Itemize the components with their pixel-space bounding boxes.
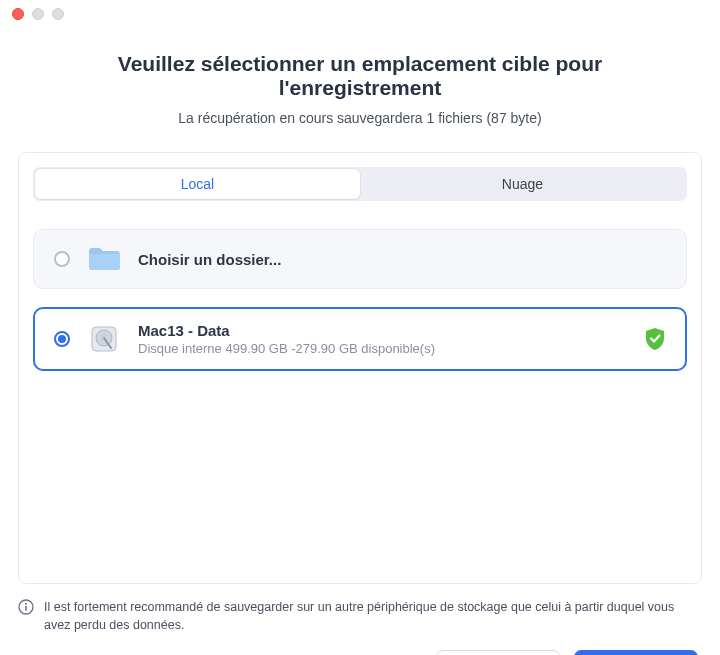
destination-panel: Local Nuage Choisir un dossier... <box>18 152 702 584</box>
radio-choose-folder[interactable] <box>54 251 70 267</box>
tab-cloud-label: Nuage <box>502 176 543 192</box>
dialog-header: Veuillez sélectionner un emplacement cib… <box>0 28 720 134</box>
panel-spacer <box>33 389 687 569</box>
info-message: Il est fortement recommandé de sauvegard… <box>18 598 702 634</box>
dialog-footer: Annuler Sauvegarder <box>0 634 720 655</box>
option-choose-folder-title: Choisir un dossier... <box>138 251 666 268</box>
tab-local-label: Local <box>181 176 214 192</box>
dialog-subtitle: La récupération en cours sauvegardera 1 … <box>40 110 680 126</box>
option-choose-folder[interactable]: Choisir un dossier... <box>33 229 687 289</box>
save-button[interactable]: Sauvegarder <box>574 650 698 655</box>
window-close-button[interactable] <box>12 8 24 20</box>
tab-local[interactable]: Local <box>35 169 360 199</box>
cancel-button[interactable]: Annuler <box>436 650 560 655</box>
location-segmented-control: Local Nuage <box>33 167 687 201</box>
window-titlebar <box>0 0 720 28</box>
option-disk-title: Mac13 - Data <box>138 322 628 339</box>
radio-disk[interactable] <box>54 331 70 347</box>
window-minimize-button[interactable] <box>32 8 44 20</box>
option-disk[interactable]: Mac13 - Data Disque interne 499.90 GB -2… <box>33 307 687 371</box>
hard-drive-icon <box>86 324 122 354</box>
info-icon <box>18 599 34 615</box>
dialog-title: Veuillez sélectionner un emplacement cib… <box>40 52 680 100</box>
tab-cloud[interactable]: Nuage <box>360 169 685 199</box>
svg-rect-5 <box>25 606 27 611</box>
shield-check-icon <box>644 327 666 351</box>
destination-option-list: Choisir un dossier... Mac13 - Data Disqu… <box>33 229 687 371</box>
folder-icon <box>86 244 122 274</box>
svg-point-4 <box>25 603 27 605</box>
window-zoom-button[interactable] <box>52 8 64 20</box>
option-disk-subtitle: Disque interne 499.90 GB -279.90 GB disp… <box>138 341 628 356</box>
info-text: Il est fortement recommandé de sauvegard… <box>44 598 702 634</box>
